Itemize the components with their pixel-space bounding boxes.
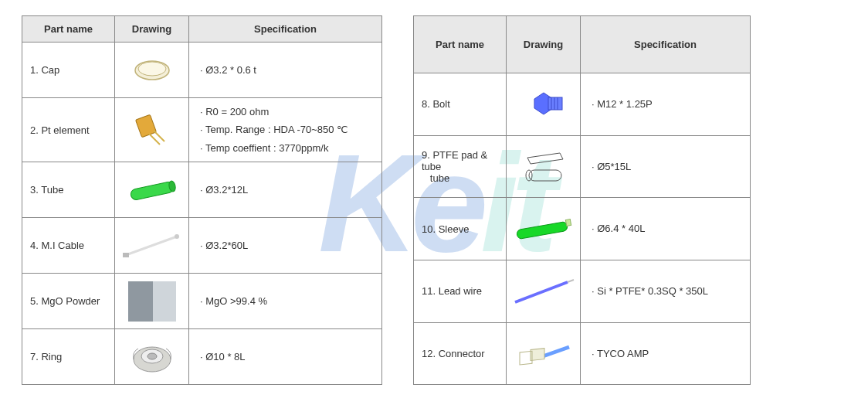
table-row: 3. Tube · Ø3.2*12L — [22, 162, 382, 218]
svg-line-26 — [568, 280, 574, 282]
bolt-icon — [520, 85, 567, 124]
part-spec: · Ø5*15L — [581, 135, 751, 198]
svg-rect-9 — [123, 253, 129, 257]
table-row: 1. Cap · Ø3.2 * 0.6 t — [22, 43, 382, 98]
part-drawing — [115, 98, 189, 162]
part-name: 4. M.I Cable — [22, 218, 115, 274]
part-drawing — [507, 73, 581, 136]
wire-icon — [512, 276, 575, 307]
parts-table-right: Part name Drawing Specification 8. Bolt — [413, 15, 751, 385]
header-partname: Part name — [22, 16, 115, 43]
part-drawing — [507, 198, 581, 260]
table-row: 9. PTFE pad & tube tube · Ø5*15L — [414, 135, 751, 198]
part-drawing — [507, 135, 581, 198]
spec-line: · Ø3.2 * 0.6 t — [200, 61, 371, 79]
page: Part name Drawing Specification 1. Cap ·… — [0, 0, 868, 400]
part-drawing — [115, 329, 189, 385]
table-row: 5. MgO Powder · MgO >99.4 % — [22, 274, 382, 329]
svg-rect-23 — [516, 221, 568, 239]
part-spec: · Si * PTFE* 0.3SQ * 350L — [581, 260, 751, 322]
header-partname: Part name — [414, 16, 507, 73]
part-name: 8. Bolt — [414, 73, 507, 136]
part-drawing — [115, 218, 189, 274]
part-name: 9. PTFE pad & tube tube — [414, 135, 507, 198]
svg-point-1 — [138, 62, 166, 76]
part-drawing — [115, 162, 189, 218]
part-name: 5. MgO Powder — [22, 274, 115, 329]
part-name: 2. Pt element — [22, 98, 115, 162]
part-name: 3. Tube — [22, 162, 115, 218]
spec-line: · Ø10 * 8L — [200, 348, 371, 366]
table-row: 8. Bolt · M12 * 1.25P — [414, 73, 751, 136]
svg-point-8 — [175, 234, 179, 239]
part-drawing — [507, 322, 581, 385]
part-name: 11. Lead wire — [414, 260, 507, 322]
table-row: 10. Sleeve · Ø6.4 * 40L — [414, 198, 751, 260]
svg-rect-28 — [531, 349, 544, 361]
spec-line: · R0 = 200 ohm — [200, 103, 371, 121]
ptfe-icon — [517, 147, 571, 185]
table-row: 4. M.I Cable · Ø3.2*60L — [22, 218, 382, 274]
part-name: 7. Ring — [22, 329, 115, 385]
cap-icon — [131, 55, 174, 86]
spec-line: · Ø6.4 * 40L — [592, 220, 739, 237]
svg-marker-20 — [527, 153, 563, 164]
part-spec: · Ø10 * 8L — [189, 329, 382, 385]
parts-table-left: Part name Drawing Specification 1. Cap ·… — [22, 15, 382, 385]
part-name: 1. Cap — [22, 43, 115, 98]
table-row: 7. Ring · Ø10 * 8L — [22, 329, 382, 385]
spec-line: · Ø3.2*60L — [200, 237, 371, 254]
header-drawing: Drawing — [115, 16, 189, 43]
part-spec: · M12 * 1.25P — [581, 73, 751, 136]
part-name-line2: tube — [430, 172, 449, 184]
part-spec: · MgO >99.4 % — [189, 274, 382, 329]
header-drawing: Drawing — [507, 16, 581, 73]
part-spec: · TYCO AMP — [581, 322, 751, 385]
ring-icon — [129, 338, 175, 376]
spec-line: · Temp. Range : HDA -70~850 ℃ — [200, 121, 371, 138]
tube-icon — [124, 175, 180, 206]
svg-rect-5 — [130, 181, 175, 200]
part-drawing — [115, 43, 189, 98]
spec-line: · Si * PTFE* 0.3SQ * 350L — [592, 282, 739, 300]
cable-icon — [121, 230, 183, 261]
svg-rect-24 — [565, 220, 571, 226]
spec-line: · Ø3.2*12L — [200, 181, 371, 199]
svg-point-14 — [147, 353, 157, 359]
svg-line-25 — [515, 282, 568, 302]
table-row: 12. Connector · TYCO AMP — [414, 322, 751, 385]
part-spec: · Ø3.2*12L — [189, 162, 382, 218]
part-name-line1: 9. PTFE pad & tube — [422, 149, 487, 172]
header-spec: Specification — [581, 16, 751, 73]
part-spec: · Ø3.2*60L — [189, 218, 382, 274]
part-name: 10. Sleeve — [414, 198, 507, 260]
svg-rect-11 — [153, 281, 176, 322]
powder-icon — [127, 280, 178, 323]
spec-line: · MgO >99.4 % — [200, 292, 371, 310]
svg-line-27 — [543, 347, 569, 356]
part-spec: · R0 = 200 ohm · Temp. Range : HDA -70~8… — [189, 98, 382, 162]
table-header-row: Part name Drawing Specification — [414, 16, 751, 73]
part-drawing — [115, 274, 189, 329]
svg-rect-21 — [529, 170, 561, 181]
header-spec: Specification — [189, 16, 382, 43]
spec-line: · M12 * 1.25P — [592, 95, 739, 113]
svg-rect-16 — [548, 97, 562, 110]
svg-rect-2 — [135, 114, 156, 137]
table-row: 2. Pt element · R0 = 200 ohm · Temp. Ran… — [22, 98, 382, 162]
svg-line-7 — [126, 237, 177, 255]
spec-line: · Temp coeffient : 3770ppm/k — [200, 139, 371, 157]
part-spec: · Ø6.4 * 40L — [581, 198, 751, 260]
spec-line: · Ø5*15L — [592, 158, 739, 175]
conn-icon — [512, 338, 575, 369]
table-header-row: Part name Drawing Specification — [22, 16, 382, 43]
spec-line: · TYCO AMP — [592, 345, 739, 362]
part-drawing — [507, 260, 581, 322]
pt-icon — [129, 111, 175, 149]
table-row: 11. Lead wire · Si * PTFE* 0.3SQ * 350L — [414, 260, 751, 322]
part-name: 12. Connector — [414, 322, 507, 385]
part-spec: · Ø3.2 * 0.6 t — [189, 43, 382, 98]
sleeve-icon — [512, 212, 575, 246]
